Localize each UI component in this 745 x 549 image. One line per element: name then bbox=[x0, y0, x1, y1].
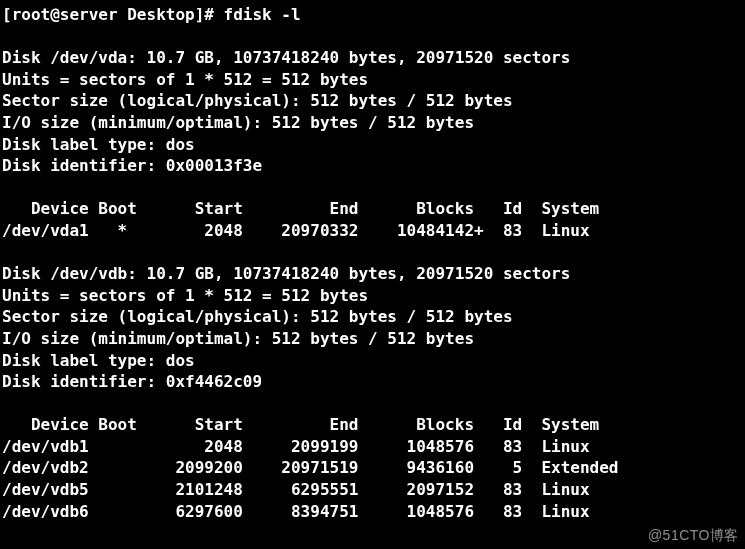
disk-sector-size: Sector size (logical/physical): 512 byte… bbox=[2, 307, 513, 326]
disk-header: Disk /dev/vda: 10.7 GB, 10737418240 byte… bbox=[2, 48, 570, 67]
disk-label-type: Disk label type: dos bbox=[2, 351, 195, 370]
partition-row: /dev/vda1 * 2048 20970332 10484142+ 83 L… bbox=[2, 221, 590, 240]
disk-io-size: I/O size (minimum/optimal): 512 bytes / … bbox=[2, 113, 474, 132]
disk-identifier: Disk identifier: 0xf4462c09 bbox=[2, 372, 262, 391]
disk-io-size: I/O size (minimum/optimal): 512 bytes / … bbox=[2, 329, 474, 348]
partition-table-header: Device Boot Start End Blocks Id System bbox=[2, 199, 599, 218]
partition-row: /dev/vdb2 2099200 20971519 9436160 5 Ext… bbox=[2, 458, 619, 477]
partition-row: /dev/vdb1 2048 2099199 1048576 83 Linux bbox=[2, 437, 590, 456]
disk-label-type: Disk label type: dos bbox=[2, 135, 195, 154]
watermark-text: @51CTO博客 bbox=[648, 526, 739, 545]
terminal-output: [root@server Desktop]# fdisk -l Disk /de… bbox=[0, 0, 745, 524]
partition-table-header: Device Boot Start End Blocks Id System bbox=[2, 415, 599, 434]
disk-units: Units = sectors of 1 * 512 = 512 bytes bbox=[2, 70, 368, 89]
disk-units: Units = sectors of 1 * 512 = 512 bytes bbox=[2, 286, 368, 305]
partition-row: /dev/vdb5 2101248 6295551 2097152 83 Lin… bbox=[2, 480, 590, 499]
disk-sector-size: Sector size (logical/physical): 512 byte… bbox=[2, 91, 513, 110]
disk-header: Disk /dev/vdb: 10.7 GB, 10737418240 byte… bbox=[2, 264, 570, 283]
disk-identifier: Disk identifier: 0x00013f3e bbox=[2, 156, 262, 175]
shell-prompt-line: [root@server Desktop]# fdisk -l bbox=[2, 5, 301, 24]
partition-row: /dev/vdb6 6297600 8394751 1048576 83 Lin… bbox=[2, 502, 590, 521]
